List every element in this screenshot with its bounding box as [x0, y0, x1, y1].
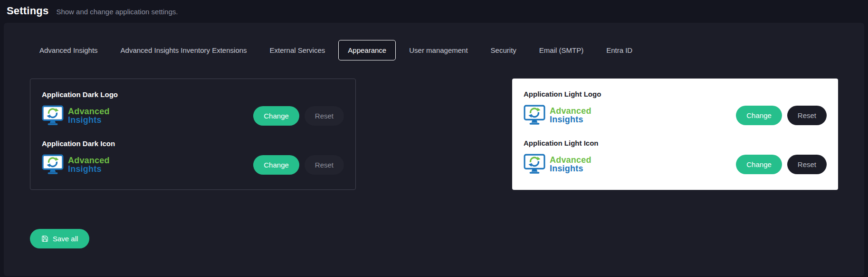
- tab-advanced-insights-inventory-extensions[interactable]: Advanced Insights Inventory Extensions: [111, 40, 257, 60]
- page-header: Settings Show and change application set…: [0, 0, 868, 17]
- dark-icon-reset-button[interactable]: Reset: [305, 155, 344, 175]
- appearance-panels: Application Dark Logo: [30, 79, 838, 190]
- light-icon-section: Application Light Icon: [524, 139, 827, 175]
- logo-word-advanced: Advanced: [68, 107, 110, 116]
- monitor-sync-icon: [524, 105, 545, 126]
- logo-wordmark: Advanced Insights: [68, 156, 110, 174]
- dark-appearance-panel: Application Dark Logo: [30, 79, 356, 190]
- monitor-sync-icon: [42, 105, 64, 126]
- light-icon-change-button[interactable]: Change: [736, 155, 782, 174]
- dark-logo-change-button[interactable]: Change: [253, 106, 299, 126]
- advanced-insights-logo: Advanced Insights: [524, 154, 591, 175]
- settings-card: Advanced Insights Advanced Insights Inve…: [4, 23, 864, 276]
- logo-wordmark: Advanced Insights: [550, 107, 591, 124]
- light-logo-section: Application Light Logo: [524, 90, 827, 126]
- tab-user-management[interactable]: User management: [400, 40, 477, 60]
- tab-bar: Advanced Insights Advanced Insights Inve…: [30, 40, 838, 60]
- tab-external-services[interactable]: External Services: [260, 40, 335, 60]
- light-logo-label: Application Light Logo: [524, 90, 827, 98]
- tab-security[interactable]: Security: [481, 40, 526, 60]
- dark-icon-section: Application Dark Icon: [42, 139, 344, 175]
- tab-appearance[interactable]: Appearance: [338, 40, 396, 60]
- save-all-button[interactable]: Save all: [30, 229, 89, 248]
- dark-logo-reset-button[interactable]: Reset: [305, 106, 344, 126]
- save-icon: [41, 235, 48, 242]
- advanced-insights-logo: Advanced Insights: [42, 154, 110, 175]
- light-logo-change-button[interactable]: Change: [736, 106, 782, 125]
- tab-email-smtp[interactable]: Email (SMTP): [530, 40, 593, 60]
- logo-word-advanced: Advanced: [550, 107, 591, 115]
- logo-word-advanced: Advanced: [68, 156, 110, 165]
- logo-word-insights: Insights: [68, 116, 110, 124]
- dark-icon-change-button[interactable]: Change: [253, 155, 299, 175]
- tab-advanced-insights[interactable]: Advanced Insights: [30, 40, 107, 60]
- logo-word-advanced: Advanced: [550, 156, 591, 164]
- advanced-insights-logo: Advanced Insights: [42, 105, 110, 126]
- dark-logo-section: Application Dark Logo: [42, 90, 344, 126]
- dark-logo-label: Application Dark Logo: [42, 90, 344, 99]
- logo-wordmark: Advanced Insights: [68, 107, 110, 125]
- page-title: Settings: [7, 5, 48, 17]
- tab-entra-id[interactable]: Entra ID: [597, 40, 642, 60]
- light-icon-label: Application Light Icon: [524, 139, 827, 147]
- card-footer: Save all: [30, 229, 838, 248]
- light-appearance-panel: Application Light Logo: [512, 79, 838, 190]
- logo-word-insights: Insights: [68, 165, 110, 173]
- monitor-sync-icon: [42, 154, 64, 175]
- light-logo-reset-button[interactable]: Reset: [787, 106, 827, 125]
- save-all-label: Save all: [53, 235, 78, 243]
- dark-icon-label: Application Dark Icon: [42, 139, 344, 148]
- logo-wordmark: Advanced Insights: [550, 156, 591, 173]
- logo-word-insights: Insights: [550, 164, 591, 173]
- advanced-insights-logo: Advanced Insights: [524, 105, 591, 126]
- monitor-sync-icon: [524, 154, 545, 175]
- page-subtitle: Show and change application settings.: [56, 8, 178, 16]
- light-icon-reset-button[interactable]: Reset: [787, 155, 827, 174]
- logo-word-insights: Insights: [550, 115, 591, 124]
